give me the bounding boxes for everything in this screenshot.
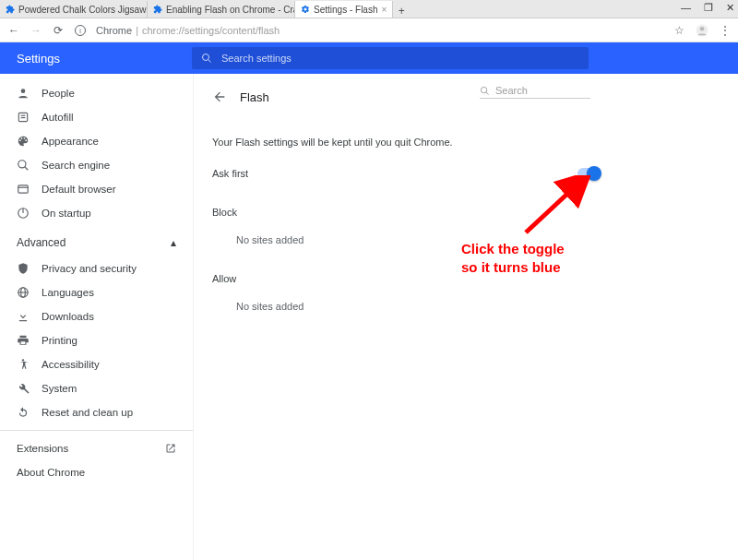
svg-point-10 — [18, 161, 26, 168]
close-window-icon[interactable]: ✕ — [726, 2, 734, 14]
url-field[interactable]: Chrome | chrome://settings/content/flash — [96, 25, 665, 36]
svg-point-19 — [22, 359, 24, 361]
sidebar-item-on-startup[interactable]: On startup — [0, 201, 193, 225]
sidebar-item-privacy[interactable]: Privacy and security — [0, 256, 193, 280]
sidebar-item-people[interactable]: People — [0, 81, 193, 105]
gear-icon — [301, 5, 310, 14]
maximize-icon[interactable]: ❐ — [704, 2, 713, 14]
reload-icon[interactable]: ⟳ — [52, 24, 65, 37]
settings-header: Settings Search settings — [0, 42, 738, 74]
sidebar-item-label: On startup — [42, 208, 91, 219]
address-bar: ← → ⟳ i Chrome | chrome://settings/conte… — [0, 18, 738, 42]
svg-line-21 — [486, 91, 489, 94]
sidebar-item-label: Search engine — [42, 160, 110, 171]
sidebar-item-downloads[interactable]: Downloads — [0, 304, 193, 328]
bookmark-icon[interactable]: ☆ — [674, 24, 684, 37]
browser-tab[interactable]: Powdered Chalk Colors Jigsaw P × — [0, 1, 148, 18]
sidebar-item-label: Printing — [42, 335, 77, 346]
sidebar-item-label: Appearance — [42, 136, 99, 147]
page-title: Settings — [17, 52, 192, 66]
search-icon — [480, 86, 490, 96]
svg-point-20 — [481, 87, 486, 92]
search-icon — [17, 159, 30, 172]
sidebar-item-system[interactable]: System — [0, 376, 193, 400]
content-search[interactable]: Search — [480, 85, 590, 99]
svg-line-22 — [526, 183, 579, 232]
svg-point-4 — [203, 54, 209, 61]
puzzle-icon — [6, 5, 15, 14]
right-gutter — [627, 74, 738, 560]
svg-rect-12 — [18, 185, 29, 193]
globe-icon — [17, 286, 30, 299]
minimize-icon[interactable]: — — [681, 2, 691, 14]
tab-title: Powdered Chalk Colors Jigsaw P — [18, 5, 148, 15]
browser-tab-active[interactable]: Settings - Flash × — [295, 1, 393, 18]
tab-title: Enabling Flash on Chrome - Cra — [166, 5, 295, 15]
sidebar-item-search-engine[interactable]: Search engine — [0, 153, 193, 177]
svg-point-3 — [700, 26, 705, 30]
chevron-up-icon: ▴ — [171, 236, 176, 249]
sidebar-item-label: About Chrome — [17, 467, 85, 478]
browser-icon — [17, 183, 30, 196]
sidebar-item-label: Privacy and security — [42, 263, 137, 274]
sidebar-item-languages[interactable]: Languages — [0, 280, 193, 304]
autofill-icon — [17, 111, 30, 124]
accessibility-icon — [17, 358, 30, 371]
browser-tab[interactable]: Enabling Flash on Chrome - Cra × — [148, 1, 295, 18]
flash-description: Your Flash settings will be kept until y… — [212, 137, 609, 148]
sidebar-item-label: Default browser — [42, 184, 116, 195]
printer-icon — [17, 334, 30, 347]
sidebar-item-accessibility[interactable]: Accessibility — [0, 352, 193, 376]
url-scheme: Chrome — [96, 25, 132, 36]
ask-first-label: Ask first — [212, 168, 248, 179]
sidebar-item-printing[interactable]: Printing — [0, 328, 193, 352]
search-placeholder: Search — [495, 85, 528, 96]
forward-icon[interactable]: → — [30, 24, 42, 37]
site-info-icon[interactable]: i — [74, 25, 87, 36]
allow-empty-text: No sites added — [236, 301, 609, 312]
search-placeholder: Search settings — [221, 53, 292, 64]
svg-line-11 — [25, 167, 29, 171]
sidebar-item-label: Accessibility — [42, 359, 100, 370]
sidebar-item-appearance[interactable]: Appearance — [0, 129, 193, 153]
svg-point-6 — [21, 89, 26, 93]
search-icon — [201, 53, 212, 64]
settings-search[interactable]: Search settings — [192, 47, 589, 69]
settings-main: Flash Search Your Flash settings will be… — [194, 74, 627, 560]
sidebar-item-label: Languages — [42, 287, 94, 298]
annotation-text: Click the toggle so it turns blue — [461, 240, 565, 276]
settings-sidebar: People Autofill Appearance Search engine… — [0, 74, 194, 560]
download-icon — [17, 310, 30, 323]
wrench-icon — [17, 382, 30, 395]
close-icon[interactable]: × — [381, 5, 387, 15]
sidebar-item-label: People — [42, 88, 75, 99]
sidebar-advanced-toggle[interactable]: Advanced ▴ — [0, 229, 193, 256]
power-icon — [17, 207, 30, 220]
content-page-title: Flash — [240, 90, 269, 104]
svg-line-5 — [208, 60, 211, 63]
annotation-line2: so it turns blue — [461, 258, 565, 277]
palette-icon — [17, 135, 30, 148]
sidebar-item-extensions[interactable]: Extensions — [0, 436, 193, 460]
annotation-arrow — [517, 175, 590, 240]
menu-icon[interactable]: ⋮ — [720, 24, 731, 37]
sidebar-item-label: Autofill — [42, 112, 74, 123]
profile-icon[interactable] — [696, 24, 708, 37]
puzzle-icon — [153, 5, 162, 14]
sidebar-item-autofill[interactable]: Autofill — [0, 105, 193, 129]
back-button[interactable] — [212, 89, 227, 104]
external-link-icon — [165, 443, 176, 454]
sidebar-item-label: Downloads — [42, 311, 94, 322]
sidebar-item-label: System — [42, 383, 77, 394]
annotation-line1: Click the toggle — [461, 240, 565, 258]
url-path: chrome://settings/content/flash — [142, 25, 280, 36]
sidebar-item-default-browser[interactable]: Default browser — [0, 177, 193, 201]
sidebar-item-about[interactable]: About Chrome — [0, 460, 193, 484]
shield-icon — [17, 262, 30, 275]
sidebar-item-reset[interactable]: Reset and clean up — [0, 400, 193, 424]
new-tab-button[interactable]: + — [393, 5, 410, 18]
back-icon[interactable]: ← — [7, 24, 20, 37]
sidebar-item-label: Reset and clean up — [42, 407, 133, 418]
svg-text:i: i — [79, 27, 81, 33]
browser-tab-strip: Powdered Chalk Colors Jigsaw P × Enablin… — [0, 0, 738, 18]
